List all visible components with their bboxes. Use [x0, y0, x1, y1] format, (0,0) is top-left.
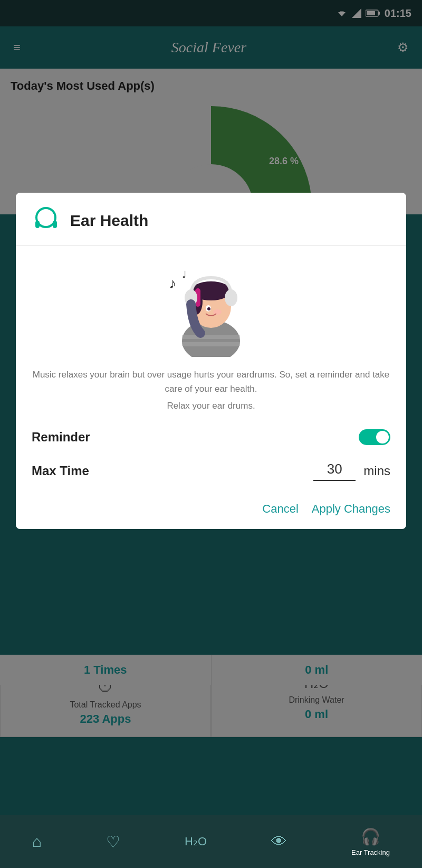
home-icon: ⌂ [32, 833, 42, 851]
ear-tracking-icon: 🎧 [361, 827, 380, 846]
svg-rect-11 [53, 221, 57, 228]
cancel-button[interactable]: Cancel [262, 502, 298, 516]
toggle-thumb [376, 431, 389, 444]
girl-illustration: ♪ ♩ [153, 257, 269, 357]
modal-description: Music relaxes your brain but over usage … [32, 367, 390, 413]
modal-title: Ear Health [70, 212, 148, 230]
svg-rect-10 [35, 221, 40, 228]
svg-rect-14 [182, 342, 240, 346]
nav-water[interactable]: H₂O [185, 835, 207, 848]
nav-heart[interactable]: ♡ [106, 833, 120, 851]
ear-health-modal: Ear Health [16, 193, 406, 529]
nav-ear-tracking[interactable]: 🎧 Ear Tracking [351, 827, 390, 856]
reminder-label: Reminder [32, 430, 90, 445]
svg-point-24 [225, 289, 237, 306]
relax-text: Relax your ear drums. [32, 399, 390, 413]
water-nav-icon: H₂O [185, 835, 207, 848]
svg-text:♪: ♪ [169, 275, 176, 291]
nav-eye[interactable]: 👁 [271, 833, 287, 851]
reminder-row: Reminder [32, 429, 390, 445]
max-time-label: Max Time [32, 464, 313, 478]
svg-point-21 [207, 307, 210, 310]
max-time-unit: mins [363, 464, 390, 478]
svg-point-22 [213, 309, 222, 315]
apply-changes-button[interactable]: Apply Changes [312, 502, 390, 516]
nav-home[interactable]: ⌂ [32, 833, 42, 851]
heart-icon: ♡ [106, 833, 120, 851]
headphones-icon [32, 206, 61, 235]
max-time-row: Max Time 30 mins [32, 461, 390, 481]
max-time-value[interactable]: 30 [313, 461, 356, 481]
bottom-nav: ⌂ ♡ H₂O 👁 🎧 Ear Tracking [0, 815, 422, 868]
modal-body: ♪ ♩ Music relaxes your brain but over us… [16, 246, 406, 529]
svg-text:♩: ♩ [182, 269, 186, 280]
reminder-toggle[interactable] [359, 429, 390, 445]
description-text: Music relaxes your brain but over usage … [33, 370, 390, 394]
svg-rect-13 [182, 335, 240, 339]
eye-icon: 👁 [271, 833, 287, 851]
modal-illustration: ♪ ♩ [32, 257, 390, 357]
modal-header: Ear Health [16, 193, 406, 246]
modal-actions: Cancel Apply Changes [32, 499, 390, 516]
ear-tracking-label: Ear Tracking [351, 848, 390, 856]
